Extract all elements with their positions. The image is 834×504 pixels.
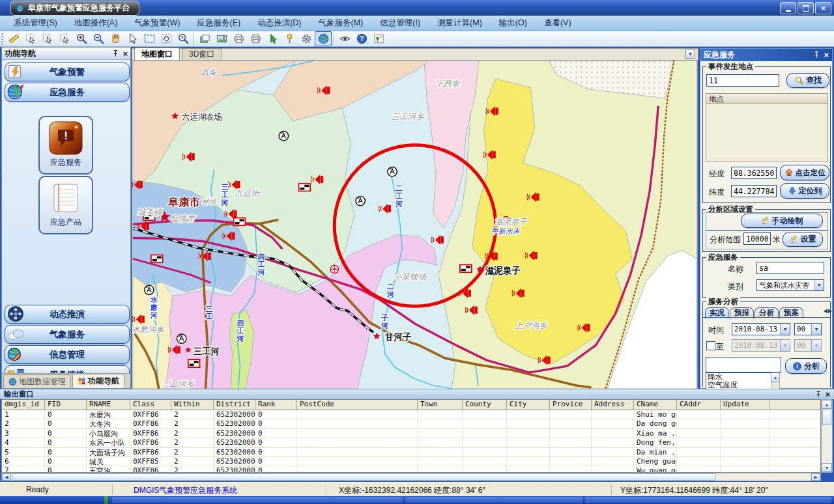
scroll-down-icon[interactable]: ▼ <box>822 463 832 472</box>
print-button[interactable] <box>230 31 247 46</box>
column-header-Provice[interactable]: Provice <box>550 400 592 410</box>
station-sign-marker[interactable] <box>151 255 163 262</box>
service-type-select[interactable]: 气象和洪水灾害 ▼ <box>756 279 824 291</box>
menu-item[interactable]: 系统管理(S) <box>5 18 66 29</box>
select-feature-button[interactable] <box>264 31 281 46</box>
column-header-Update[interactable]: Update <box>721 400 770 410</box>
range-input[interactable] <box>743 232 771 245</box>
service-name-input[interactable] <box>756 262 824 274</box>
export-map-button[interactable] <box>213 31 230 46</box>
globe-3d-button[interactable] <box>315 31 332 46</box>
station-sign-marker[interactable] <box>234 218 246 226</box>
map-viewport[interactable]: 六运湖农场三工河乡下西泉九运街阜康市种场城关镇阜康市滋泥泉子中新水库滋泥泉子小泉… <box>132 60 698 389</box>
nav-section-emergency-service[interactable]: 应急服务 <box>5 83 130 102</box>
pin-icon[interactable] <box>111 49 120 58</box>
date-select[interactable]: 2010-08-13▼ <box>732 323 790 335</box>
identify-button[interactable] <box>175 31 192 46</box>
column-header-CName[interactable]: CName <box>634 400 677 410</box>
column-header-FID[interactable]: FID <box>45 400 87 410</box>
column-header-RNAME[interactable]: RNAME <box>87 400 130 410</box>
emergency-product-button[interactable]: 应急产品 <box>38 176 93 234</box>
taskbar-strip[interactable] <box>0 496 834 504</box>
scroll-up-icon[interactable]: ▲ <box>771 373 779 382</box>
taskbar-button[interactable] <box>585 497 831 503</box>
column-header-Class[interactable]: Class <box>130 400 171 410</box>
menu-item[interactable]: 查看(V) <box>536 18 580 29</box>
nav-section-weather-warning[interactable]: 气象预警 <box>5 63 130 81</box>
chevron-down-icon[interactable]: ▼ <box>811 324 821 335</box>
column-header-PostCode[interactable]: PostCode <box>297 400 418 410</box>
element-list-item[interactable]: 降水 <box>706 373 771 381</box>
column-header-Within[interactable]: Within <box>171 400 214 410</box>
table-row[interactable]: 30小马厩沟0XFF8626523020000Xiao ma ... <box>2 429 820 438</box>
monitoring-station-marker[interactable] <box>279 132 288 141</box>
placemark-button[interactable] <box>281 31 298 46</box>
analysis-tab-预案[interactable]: 预案 <box>779 307 803 318</box>
monitoring-station-marker[interactable] <box>356 196 365 205</box>
close-panel-icon[interactable]: × <box>824 51 829 59</box>
layers-button[interactable] <box>196 31 213 46</box>
zoom-out-button[interactable] <box>90 31 107 46</box>
refresh-view-button[interactable] <box>158 31 175 46</box>
close-button[interactable]: × <box>815 2 831 14</box>
column-header-dmgis_id[interactable]: dmgis_id <box>2 400 45 410</box>
scrollbar-thumb[interactable] <box>12 473 715 481</box>
location-search-input[interactable] <box>706 74 779 87</box>
table-row[interactable]: 60城关0XFF8526523020000Cheng guan <box>2 457 820 466</box>
menu-item[interactable]: 动态推演(D) <box>249 18 309 29</box>
settings-button[interactable] <box>298 31 315 46</box>
menu-item[interactable]: 应急服务(E) <box>188 18 249 29</box>
station-sign-marker[interactable] <box>460 264 472 272</box>
tab-map-window[interactable]: 地图窗口 <box>134 48 180 60</box>
table-row[interactable]: 10水磨沟0XFF8626523020000Shui mo gou <box>2 410 820 419</box>
output-horizontal-scrollbar[interactable]: ◀ ▶ <box>1 473 821 481</box>
map-canvas[interactable]: 六运湖农场三工河乡下西泉九运街阜康市种场城关镇阜康市滋泥泉子中新水库滋泥泉子小泉… <box>132 61 697 389</box>
click-locate-button[interactable]: 点击定位 <box>780 165 829 180</box>
column-header-County[interactable]: County <box>463 400 507 410</box>
minimize-button[interactable] <box>780 2 796 14</box>
pin-icon[interactable] <box>814 391 822 399</box>
table-row[interactable]: 70五官沟0XFF8626523020000Wu guan gou <box>2 466 820 473</box>
full-extent-button[interactable] <box>141 31 158 46</box>
monitoring-station-marker[interactable] <box>177 334 186 343</box>
taskbar-button[interactable] <box>112 497 403 503</box>
column-header-District[interactable]: District <box>214 400 255 410</box>
longitude-input[interactable] <box>731 167 777 179</box>
scroll-right-icon[interactable]: ▶ <box>811 473 820 481</box>
column-header-Town[interactable]: Town <box>418 400 463 410</box>
select-freehand-button[interactable] <box>56 31 73 46</box>
chevron-down-icon[interactable]: ▼ <box>780 324 790 335</box>
close-panel-icon[interactable]: × <box>825 390 830 399</box>
set-button[interactable]: 设置 <box>783 232 823 247</box>
restore-button[interactable] <box>798 2 814 14</box>
taskbar-button[interactable] <box>405 497 582 503</box>
output-table-header[interactable]: dmgis_idFIDRNAMEClassWithinDistrictRankP… <box>2 400 820 410</box>
chevron-down-icon[interactable]: ▼ <box>811 340 821 351</box>
table-row[interactable]: 40东风一小队0XFF8626523020000Dong fen... <box>2 438 820 447</box>
pin-icon[interactable] <box>812 51 821 59</box>
tab-scroll-right-icon[interactable]: ▶ <box>828 308 832 314</box>
date-to-select[interactable]: 2010-08-13▼ <box>732 339 790 352</box>
scroll-up-icon[interactable]: ▲ <box>822 400 832 409</box>
hour-to-select[interactable]: 00▼ <box>794 339 822 352</box>
emergency-service-button[interactable]: ! 应急服务 <box>38 116 93 175</box>
table-row[interactable]: 50大面场子沟0XFF8626523020000Da mian ... <box>2 448 820 457</box>
nav-button-weather-service[interactable]: 气象服务 <box>5 325 130 344</box>
pointer-button[interactable] <box>124 31 141 46</box>
zoom-in-button[interactable] <box>73 31 90 46</box>
swipe-eye-button[interactable] <box>336 31 353 46</box>
select-polygon-button[interactable] <box>39 31 56 46</box>
search-button[interactable]: 查找 <box>786 73 829 88</box>
goto-button[interactable]: 定位到 <box>780 183 829 199</box>
to-checkbox[interactable] <box>706 341 715 350</box>
menu-item[interactable]: 地图操作(A) <box>66 18 126 29</box>
menu-item[interactable]: 气象服务(M) <box>310 18 372 29</box>
tab-function-nav[interactable]: 功能导航 <box>72 374 124 388</box>
close-panel-icon[interactable]: × <box>122 49 128 58</box>
station-sign-marker[interactable] <box>188 359 200 367</box>
scrollbar-thumb[interactable] <box>822 410 831 425</box>
measure-button[interactable] <box>5 31 22 46</box>
station-sign-marker[interactable] <box>298 184 310 191</box>
output-vertical-scrollbar[interactable]: ▲ ▼ <box>821 399 833 473</box>
scroll-left-icon[interactable]: ◀ <box>2 473 11 481</box>
